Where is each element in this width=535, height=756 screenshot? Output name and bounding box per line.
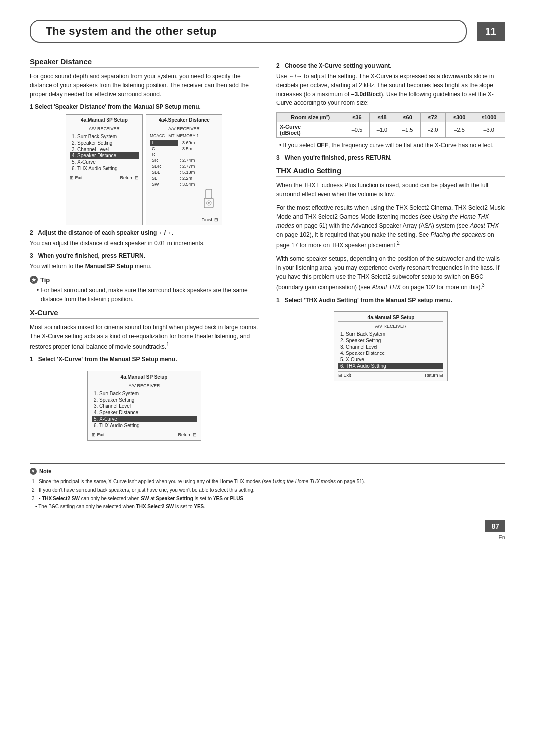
xcurve-step3-heading: 3 When you're finished, press RETURN.	[276, 154, 505, 161]
right-column: 2 Choose the X-Curve setting you want. U…	[276, 57, 505, 449]
chapter-number: 11	[477, 22, 505, 41]
thx-para3: With some speaker setups, depending on t…	[276, 254, 505, 292]
speaker-distance-values-screen: 4a4.Speaker Distance A/V RECEIVER MCACC …	[146, 114, 222, 225]
xcurve-screen-wrapper: 4a.Manual SP Setup A/V RECEIVER 1. Surr …	[30, 367, 259, 445]
thx-screen-wrapper: 4a.Manual SP Setup A/V RECEIVER 1. Surr …	[276, 307, 505, 385]
tip-label: Tip	[40, 276, 50, 284]
xcurve-off-note: • If you select OFF, the frequency curve…	[276, 141, 505, 150]
speaker-step2-heading: 2 Adjust the distance of each speaker us…	[30, 229, 259, 236]
xcurve-menu-6: 6. THX Audio Setting	[92, 422, 197, 429]
table-cell-30: –3.0	[473, 122, 505, 138]
thx-menu-1: 1. Surr Back System	[338, 331, 443, 337]
menu-item-4-selected: 4. Speaker Distance	[70, 152, 139, 159]
menu-item-1: 1. Surr Back System	[70, 133, 139, 140]
thx-menu-3: 3. Channel Level	[338, 344, 443, 350]
page-number-bottom: 87	[485, 520, 505, 532]
xcurve-table: Room size (m²) ≤36 ≤48 ≤60 ≤72 ≤300 ≤100…	[276, 112, 505, 138]
thx-menu-5: 5. X-Curve	[338, 356, 443, 363]
channel-distance-table: L: 3.69m C: 3.5m R SR: 2.74m SBR: 2.77m …	[150, 140, 218, 187]
thx-menu-2: 2. Speaker Setting	[338, 337, 443, 344]
table-header-1000: ≤1000	[473, 113, 505, 122]
table-cell-20: –2.0	[420, 122, 445, 138]
speaker-step3-heading: 3 When you're finished, press RETURN.	[30, 252, 259, 259]
xcurve-screen-footer: ⊞ Exit Return ⊟	[92, 431, 197, 437]
xcurve-title: X-Curve	[30, 308, 259, 319]
screen-footer-right: Finish ⊟	[150, 216, 218, 222]
tip-icon: ★	[30, 276, 38, 284]
xcurve-menu-1: 1. Surr Back System	[92, 390, 197, 397]
note-icon: ♥	[30, 468, 37, 475]
thx-para2: For the most effective results when usin…	[276, 203, 505, 250]
tip-box: ★ Tip • For best surround sound, make su…	[30, 276, 259, 303]
footnote-3: 3 • THX Select2 SW can only be selected …	[30, 495, 505, 502]
left-column: Speaker Distance For good sound depth an…	[30, 57, 259, 449]
xcurve-menu-5-selected: 5. X-Curve	[92, 416, 197, 422]
page-header: The system and the other setup 11	[30, 20, 505, 43]
svg-rect-0	[206, 189, 212, 198]
thx-exit: ⊞ Exit	[338, 373, 351, 378]
thx-screen-footer: ⊞ Exit Return ⊟	[338, 371, 443, 378]
table-cell-15: –1.5	[395, 122, 420, 138]
exit-label: ⊞ Exit	[70, 175, 83, 180]
menu-item-5: 5. X-Curve	[70, 159, 139, 165]
xcurve-step2-section: 2 Choose the X-Curve setting you want. U…	[276, 62, 505, 150]
speaker-step2-body: You can adjust the distance of each spea…	[30, 239, 259, 248]
speaker-distance-title: Speaker Distance	[30, 57, 259, 68]
menu-item-6: 6. THX Audio Setting	[70, 165, 139, 172]
note-label: Note	[39, 468, 51, 474]
xcurve-section: X-Curve Most soundtracks mixed for cinem…	[30, 308, 259, 445]
tip-content: • For best surround sound, make sure the…	[30, 286, 259, 303]
table-cell-05: –0.5	[344, 122, 370, 138]
tip-item-1: • For best surround sound, make sure the…	[34, 286, 259, 303]
manual-sp-setup-screen: 4a.Manual SP Setup A/V RECEIVER 1. Surr …	[66, 114, 143, 225]
table-header-60: ≤60	[395, 113, 420, 122]
thx-return: Return ⊟	[425, 373, 443, 378]
speaker-step3-body: You will return to the Manual SP Setup m…	[30, 262, 259, 271]
thx-menu-screen: 4a.Manual SP Setup A/V RECEIVER 1. Surr …	[334, 311, 448, 381]
tip-title: ★ Tip	[30, 276, 259, 284]
speaker-distance-section: Speaker Distance For good sound depth an…	[30, 57, 259, 303]
svg-point-3	[208, 202, 210, 204]
table-cell-25: –2.5	[445, 122, 473, 138]
thx-menu-4: 4. Speaker Distance	[338, 350, 443, 356]
thx-screen-title: 4a.Manual SP Setup	[338, 315, 443, 322]
xcurve-menu-2: 2. Speaker Setting	[92, 397, 197, 403]
xcurve-step1-heading: 1 Select 'X-Curve' from the Manual SP Se…	[30, 356, 259, 363]
xcurve-step2-heading: 2 Choose the X-Curve setting you want.	[276, 62, 505, 69]
xcurve-screen-title: 4a.Manual SP Setup	[92, 374, 197, 381]
screen-title-right: 4a4.Speaker Distance	[150, 117, 218, 124]
thx-screen-subtitle: A/V RECEIVER	[338, 324, 443, 329]
table-header-48: ≤48	[370, 113, 395, 122]
xcurve-intro: Most soundtracks mixed for cinema sound …	[30, 323, 259, 351]
xcurve-menu-screen: 4a.Manual SP Setup A/V RECEIVER 1. Surr …	[87, 371, 201, 441]
table-header-300: ≤300	[445, 113, 473, 122]
xcurve-menu-4: 4. Speaker Distance	[92, 409, 197, 416]
screen-title-left: 4a.Manual SP Setup	[70, 117, 139, 124]
menu-item-3: 3. Channel Level	[70, 146, 139, 152]
page-wrapper: The system and the other setup 11 Speake…	[30, 20, 505, 540]
footnote-3b: • The BGC setting can only be selected w…	[30, 503, 505, 510]
page-bottom: 87 En	[30, 520, 505, 540]
thx-audio-title: THX Audio Setting	[276, 166, 505, 177]
footnote-2: 2 If you don't have surround back speake…	[30, 486, 505, 494]
note-title: ♥ Note	[30, 468, 505, 475]
thx-para1: When the THX Loudness Plus function is u…	[276, 181, 505, 199]
speaker-step1-heading: 1 Select 'Speaker Distance' from the Man…	[30, 103, 259, 110]
memory-line: MCACC MT. MEMORY 1	[150, 133, 218, 138]
footnotes-section: ♥ Note 1 Since the principal is the same…	[30, 463, 505, 510]
table-header-36: ≤36	[344, 113, 370, 122]
xcurve-return: Return ⊟	[178, 432, 197, 437]
speaker-illustration	[150, 188, 218, 214]
footnote-1: 1 Since the principal is the same, X-Cur…	[30, 478, 505, 485]
speaker-distance-intro: For good sound depth and separation from…	[30, 72, 259, 99]
finish-label: Finish ⊟	[201, 217, 218, 222]
screen-subtitle-left: A/V RECEIVER	[70, 126, 139, 131]
return-label: Return ⊟	[120, 175, 139, 180]
table-header-72: ≤72	[420, 113, 445, 122]
xcurve-menu-3: 3. Channel Level	[92, 403, 197, 409]
table-cell-10: –1.0	[370, 122, 395, 138]
xcurve-screen-subtitle: A/V RECEIVER	[92, 383, 197, 388]
main-content: Speaker Distance For good sound depth an…	[30, 57, 505, 449]
speaker-distance-screens: 4a.Manual SP Setup A/V RECEIVER 1. Surr …	[30, 114, 259, 225]
table-row-label: X-Curve(dB/oct)	[277, 122, 344, 138]
